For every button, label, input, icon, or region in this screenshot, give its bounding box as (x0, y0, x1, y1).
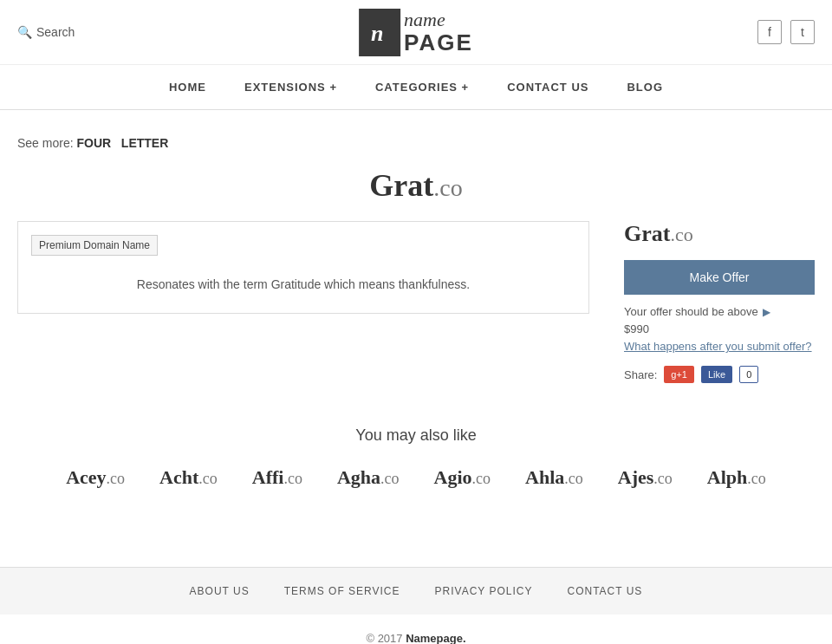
footer-top: ABOUT US TERMS OF SERVICE PRIVACY POLICY… (0, 567, 832, 615)
main-content: See more: FOUR LETTER Grat.co Premium Do… (0, 110, 832, 515)
nav-item-home[interactable]: HOME (150, 65, 225, 109)
footer-about[interactable]: ABOUT US (190, 585, 250, 597)
see-more-four[interactable]: FOUR (76, 136, 111, 150)
share-label: Share: (624, 368, 657, 381)
footer-brand[interactable]: Namepage. (406, 632, 465, 644)
list-item-5[interactable]: Ahla.co (525, 466, 583, 489)
svg-text:n: n (371, 21, 383, 45)
facebook-icon[interactable]: f (757, 20, 782, 44)
logo-link[interactable]: n name PAGE (359, 9, 473, 56)
footer-terms[interactable]: TERMS OF SERVICE (284, 585, 400, 597)
see-more-prefix: See more: (17, 136, 74, 150)
share-area: Share: g+1 Like 0 (624, 366, 815, 383)
nav-item-blog[interactable]: BLOG (608, 65, 682, 109)
domain-name-part: Grat (369, 168, 433, 203)
domain-full-title: Grat.co (624, 221, 815, 247)
footer-privacy[interactable]: PRIVACY POLICY (435, 585, 533, 597)
offer-min-amount: $990 (624, 322, 815, 335)
domain-title-tld: .co (670, 224, 692, 245)
nav-item-categories[interactable]: CATEGORIES + (356, 65, 488, 109)
list-item-6[interactable]: Ajes.co (618, 466, 673, 489)
main-nav: HOME EXTENSIONS + CATEGORIES + CONTACT U… (0, 65, 832, 110)
see-more: See more: FOUR LETTER (17, 136, 815, 150)
make-offer-button[interactable]: Make Offer (624, 260, 815, 295)
left-panel: Premium Domain Name Resonates with the t… (17, 221, 589, 314)
what-happens-link[interactable]: What happens after you submit offer? (624, 340, 815, 353)
also-like-title: You may also like (17, 426, 815, 445)
logo-icon-box: n (359, 9, 400, 56)
fb-like-button[interactable]: Like (701, 366, 732, 383)
nav-item-contact[interactable]: CONTACT US (488, 65, 608, 109)
gplus-button[interactable]: g+1 (664, 366, 694, 383)
footer-bottom: © 2017 Namepage. (0, 615, 832, 644)
nav-item-extensions[interactable]: EXTENSIONS + (225, 65, 356, 109)
list-item-4[interactable]: Agio.co (434, 466, 491, 489)
logo-page: PAGE (404, 30, 473, 55)
premium-badge: Premium Domain Name (31, 235, 158, 256)
domain-title-name: Grat (624, 221, 670, 246)
list-item-3[interactable]: Agha.co (337, 466, 400, 489)
list-item-7[interactable]: Alph.co (707, 466, 766, 489)
offer-hint: Your offer should be above ▶ (624, 305, 815, 318)
right-panel: Grat.co Make Offer Your offer should be … (624, 221, 815, 383)
logo-text-container: name PAGE (404, 10, 473, 55)
offer-min-value: $990 (624, 322, 649, 335)
search-icon: 🔍 (17, 25, 32, 39)
logo[interactable]: n name PAGE (359, 9, 473, 56)
footer-contact[interactable]: CONTACT US (567, 585, 642, 597)
offer-hint-text: Your offer should be above (624, 305, 758, 318)
header: 🔍 Search n name PAGE f t (0, 0, 832, 65)
list-item-1[interactable]: Acht.co (159, 466, 218, 489)
domain-description: Resonates with the term Gratitude which … (31, 269, 575, 300)
content-area: Premium Domain Name Resonates with the t… (17, 221, 815, 383)
domain-tld-part: .co (433, 174, 462, 201)
domain-logo-display: Grat.co (17, 167, 815, 204)
search-area[interactable]: 🔍 Search (17, 25, 75, 39)
also-like-section: You may also like Acey.co Acht.co Affi.c… (17, 426, 815, 489)
offer-arrow-icon: ▶ (763, 306, 770, 318)
domain-logo-name: Grat.co (369, 168, 462, 203)
like-count: 0 (739, 366, 758, 383)
see-more-letter[interactable]: LETTER (121, 136, 168, 150)
logo-name: name (404, 10, 473, 30)
fb-like-label: Like (708, 369, 725, 380)
domain-list: Acey.co Acht.co Affi.co Agha.co Agio.co … (17, 466, 815, 489)
twitter-icon[interactable]: t (790, 20, 815, 44)
footer-copyright: © 2017 (366, 632, 402, 644)
list-item-2[interactable]: Affi.co (252, 466, 302, 489)
social-icons: f t (757, 20, 815, 44)
search-label: Search (36, 25, 75, 39)
list-item-0[interactable]: Acey.co (66, 466, 125, 489)
